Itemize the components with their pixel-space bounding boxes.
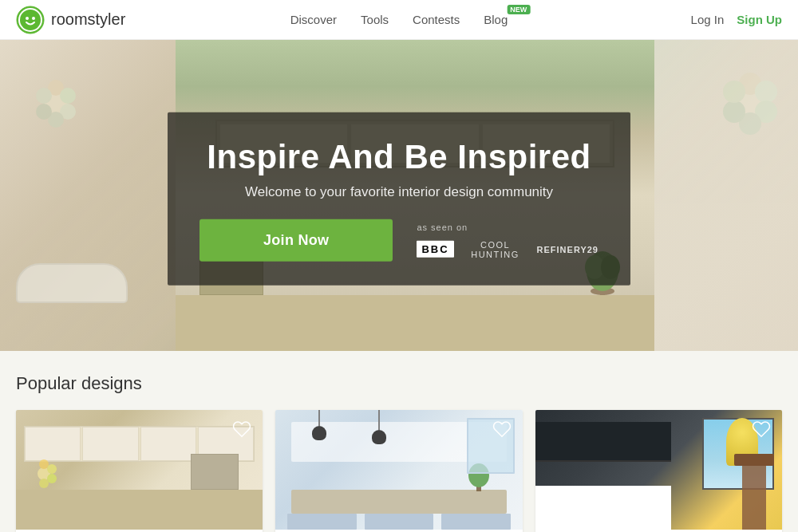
as-seen-label: as seen on: [417, 222, 468, 231]
logo-icon: [16, 6, 45, 34]
hero-left-panel: [0, 40, 176, 351]
design-card-2[interactable]: coastal CREATED BY ANAAPRIL: [275, 410, 522, 532]
nav-discover[interactable]: Discover: [290, 13, 337, 26]
main-nav: Discover Tools Contests Blog NEW: [290, 13, 508, 26]
nav-blog[interactable]: Blog: [484, 13, 508, 26]
hero-section: Inspire And Be Inspired Welcome to your …: [0, 40, 798, 351]
login-link[interactable]: Log In: [691, 13, 725, 26]
hero-cta-row: Join Now as seen on BBC COOL HUNTING REF…: [200, 219, 598, 262]
heart-icon-1[interactable]: [231, 418, 253, 440]
svg-point-25: [39, 459, 49, 469]
svg-point-22: [723, 100, 745, 123]
logo-text: roomstyler: [51, 10, 125, 29]
hero-right-panel: [654, 40, 798, 351]
svg-point-3: [26, 17, 29, 20]
cool-hunting-logo: COOL HUNTING: [465, 239, 526, 258]
signup-link[interactable]: Sign Up: [737, 13, 782, 26]
design-image-2: [275, 410, 522, 530]
join-now-button[interactable]: Join Now: [200, 219, 393, 262]
design-card-3[interactable]: SMALL KITCHEN CREATED BY ANAAPRIL: [535, 410, 782, 532]
hero-overlay: Inspire And Be Inspired Welcome to your …: [168, 112, 630, 286]
logo-area[interactable]: roomstyler: [16, 6, 125, 34]
designs-grid: Tiny Kitchen CREATED BY LB1981: [16, 410, 782, 532]
counter-1: [16, 490, 263, 530]
svg-point-10: [36, 104, 52, 120]
header: roomstyler Discover Tools Contests Blog …: [0, 0, 798, 40]
svg-point-28: [39, 479, 49, 488]
hero-title: Inspire And Be Inspired: [200, 138, 598, 176]
svg-point-7: [60, 88, 76, 104]
hero-subtitle: Welcome to your favorite interior design…: [200, 184, 598, 200]
coastal-table: [291, 490, 506, 514]
design-image-3: [535, 410, 782, 530]
as-seen-on: as seen on BBC COOL HUNTING REFINERY29: [417, 222, 598, 258]
design-image-1: [16, 410, 263, 530]
auth-links: Log In Sign Up: [691, 13, 782, 26]
bbc-logo: BBC: [417, 241, 453, 258]
popular-section: Popular designs: [0, 351, 798, 532]
svg-point-2: [20, 10, 41, 30]
nav-tools[interactable]: Tools: [361, 13, 389, 26]
refinery29-logo: REFINERY29: [537, 244, 598, 254]
svg-point-27: [47, 474, 57, 483]
heart-icon-3[interactable]: [750, 418, 772, 440]
heart-icon-2[interactable]: [491, 418, 513, 440]
svg-point-23: [723, 81, 745, 103]
media-logos: BBC COOL HUNTING REFINERY29: [417, 239, 598, 258]
dark-counter: [535, 486, 671, 530]
blog-new-badge: NEW: [507, 5, 530, 14]
nav-contests[interactable]: Contests: [413, 13, 460, 26]
svg-point-26: [47, 464, 57, 474]
section-title: Popular designs: [16, 373, 782, 394]
coastal-chairs: [287, 514, 510, 530]
svg-point-11: [36, 88, 52, 104]
design-card-1[interactable]: Tiny Kitchen CREATED BY LB1981: [16, 410, 263, 532]
nav-blog-wrapper: Blog NEW: [484, 13, 508, 26]
svg-point-4: [32, 17, 35, 20]
svg-point-19: [755, 81, 777, 103]
